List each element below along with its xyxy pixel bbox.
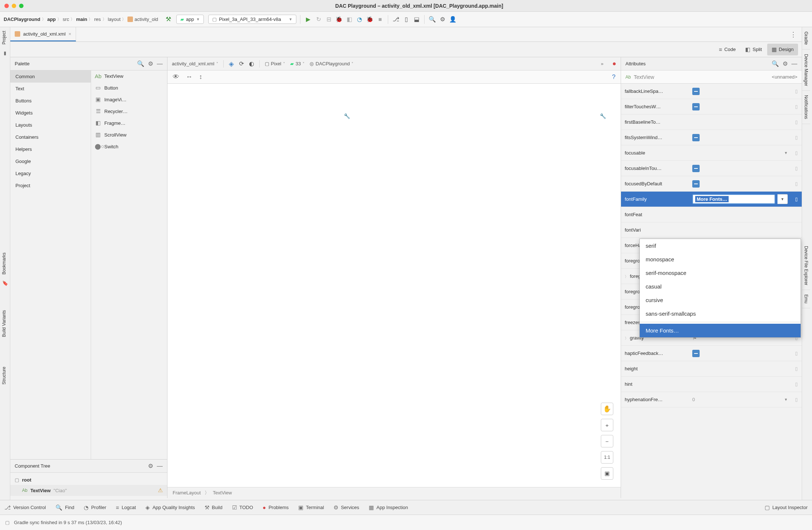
build-hammer-icon[interactable]: ⚒ <box>166 15 171 23</box>
palette-category-containers[interactable]: Containers <box>10 131 91 143</box>
font-option-sans-serif-smallcaps[interactable]: sans-serif-smallcaps <box>640 307 801 320</box>
bool-true-icon[interactable] <box>692 134 700 141</box>
bool-true-icon[interactable] <box>692 103 700 110</box>
zoom-fit-button[interactable]: ▣ <box>601 467 613 480</box>
attach-debugger-icon[interactable]: 🐞 <box>366 15 374 23</box>
search-icon[interactable]: 🔍 <box>137 60 144 67</box>
font-option-cursive[interactable]: cursive <box>640 293 801 307</box>
folder-icon[interactable]: ▮ <box>0 48 10 58</box>
orientation-icon[interactable]: ⟳ <box>239 60 244 67</box>
zoom-reset-button[interactable]: 1:1 <box>601 451 613 464</box>
code-mode-button[interactable]: ≡ Code <box>714 44 740 55</box>
git-branch-icon[interactable]: ⎇ <box>392 15 400 23</box>
cb-item-0[interactable]: FrameLayout <box>173 490 201 495</box>
chevron-right-icon[interactable]: 〉 <box>625 275 628 279</box>
breadcrumb-2[interactable]: src <box>63 17 69 22</box>
breadcrumb-5[interactable]: layout <box>108 17 121 22</box>
minimize-icon[interactable]: — <box>157 61 163 67</box>
debug-icon[interactable]: 🐞 <box>335 15 343 23</box>
chevron-right-icon[interactable]: 〉 <box>625 336 628 340</box>
bottom-services[interactable]: ⚙Services <box>333 504 359 511</box>
device-file-explorer-tool-tab[interactable]: Device File Explorer <box>802 242 810 290</box>
device-manager-tool-tab[interactable]: Device Manager <box>802 50 810 91</box>
palette-category-layouts[interactable]: Layouts <box>10 119 91 131</box>
breadcrumb-1[interactable]: app <box>47 17 56 22</box>
attr-extras-icon[interactable]: ▯ <box>791 88 802 94</box>
avatar-icon[interactable]: 👤 <box>449 15 457 23</box>
bottom-find[interactable]: 🔍Find <box>55 504 74 511</box>
view-options-icon[interactable]: 👁 <box>173 73 179 81</box>
overflow-icon[interactable]: » <box>601 61 603 66</box>
attr-firstbaseline[interactable]: firstBaselineTo…▯ <box>621 115 802 130</box>
emulator-tool-tab[interactable]: Emu <box>802 290 810 308</box>
attr-extras-icon[interactable]: ▯ <box>791 181 802 186</box>
breadcrumb-0[interactable]: DACPlayground <box>4 17 40 22</box>
error-badge-icon[interactable]: ● <box>612 60 616 68</box>
palette-item-fragment[interactable]: ◧Fragme… <box>91 117 167 129</box>
split-mode-button[interactable]: ◧ Split <box>741 44 766 55</box>
palette-category-widgets[interactable]: Widgets <box>10 107 91 119</box>
attr-hapticfeedback[interactable]: hapticFeedback…▯ <box>621 346 802 361</box>
box-icon[interactable]: ⬓ <box>412 15 421 23</box>
attr-extras-icon[interactable]: ▯ <box>791 381 802 387</box>
palette-item-imageview[interactable]: ▣ImageVi… <box>91 94 167 105</box>
attr-fontfeat[interactable]: fontFeat <box>621 207 802 222</box>
palette-item-button[interactable]: ▭Button <box>91 82 167 94</box>
apply-changes-icon[interactable]: ↻ <box>314 15 322 23</box>
width-mode-icon[interactable]: ↔ <box>186 73 192 81</box>
palette-item-textview[interactable]: AbTextView <box>91 70 167 82</box>
fontfamily-input[interactable]: More Fonts… <box>692 194 775 204</box>
file-tab[interactable]: activity_old_xml.xml × <box>10 27 76 41</box>
bool-true-icon[interactable] <box>692 350 700 357</box>
attr-extras-icon[interactable]: ▯ <box>791 119 802 125</box>
attr-filtertouches[interactable]: filterTouchesW…▯ <box>621 99 802 115</box>
palette-category-text[interactable]: Text <box>10 83 91 95</box>
design-mode-button[interactable]: ▦ Design <box>767 44 798 55</box>
bottom-layout-inspector[interactable]: ▢Layout Inspector <box>765 504 808 511</box>
palette-item-switch[interactable]: ⬤○Switch <box>91 141 167 152</box>
breadcrumb-3[interactable]: main <box>76 17 87 22</box>
bottom-logcat[interactable]: ≡Logcat <box>116 504 136 511</box>
cb-item-1[interactable]: TextView <box>213 490 232 495</box>
stop-icon[interactable]: ■ <box>376 15 384 23</box>
help-icon[interactable]: ? <box>612 73 616 81</box>
attr-extras-icon[interactable]: ▯ <box>791 104 802 109</box>
font-option-more[interactable]: More Fonts… <box>640 324 801 337</box>
fontfamily-dropdown-button[interactable]: ▼ <box>777 194 788 204</box>
maximize-window-icon[interactable] <box>19 4 24 8</box>
project-tool-tab[interactable]: Project <box>0 27 8 48</box>
chevron-down-icon[interactable]: ▼ <box>784 151 788 155</box>
run-config-selector[interactable]: ▰ app ▼ <box>176 15 204 24</box>
settings-gear-icon[interactable]: ⚙ <box>439 15 447 23</box>
status-icon[interactable]: ▢ <box>5 520 10 525</box>
attr-fallbacklinespacing[interactable]: fallbackLineSpa…▯ <box>621 84 802 99</box>
gear-icon[interactable]: ⚙ <box>783 60 788 67</box>
device-type-selector[interactable]: ▢Pixel˅ <box>265 61 285 66</box>
bottom-profiler[interactable]: ◔Profiler <box>84 504 106 511</box>
gradle-tool-tab[interactable]: Gradle <box>802 27 810 50</box>
notifications-tool-tab[interactable]: Notifications <box>802 91 810 124</box>
palette-item-recyclerview[interactable]: ☰Recycler… <box>91 105 167 117</box>
bottom-problems[interactable]: ●Problems <box>263 504 289 511</box>
palette-category-helpers[interactable]: Helpers <box>10 143 91 155</box>
close-window-icon[interactable] <box>4 4 9 8</box>
font-option-monospace[interactable]: monospace <box>640 253 801 266</box>
build-variants-tool-tab[interactable]: Build Variants <box>0 306 8 341</box>
palette-item-scrollview[interactable]: ▥ScrollView <box>91 129 167 141</box>
breadcrumb-6[interactable]: activity_old <box>134 17 158 22</box>
coverage-icon[interactable]: ◧ <box>345 15 353 23</box>
search-icon[interactable]: 🔍 <box>772 60 779 67</box>
apply-code-icon[interactable]: ⊟ <box>325 15 333 23</box>
attr-extras-icon[interactable]: ▯ <box>791 366 802 371</box>
attr-fontfamily[interactable]: fontFamily More Fonts… ▼ ▯ <box>621 192 802 207</box>
bookmarks-tool-tab[interactable]: Bookmarks <box>0 249 8 278</box>
font-option-serif[interactable]: serif <box>640 239 801 253</box>
bottom-version-control[interactable]: ⎇Version Control <box>4 504 46 511</box>
attr-focusableintouch[interactable]: focusableInTou…▯ <box>621 161 802 176</box>
attr-focusable[interactable]: focusable▼▯ <box>621 145 802 161</box>
attr-extras-icon[interactable]: ▯ <box>791 351 802 356</box>
device-selector[interactable]: ▢ Pixel_3a_API_33_arm64-v8a ▼ <box>208 15 296 24</box>
warning-icon[interactable]: ⚠ <box>158 487 163 494</box>
minimize-window-icon[interactable] <box>12 4 16 8</box>
attr-height[interactable]: height▯ <box>621 361 802 377</box>
